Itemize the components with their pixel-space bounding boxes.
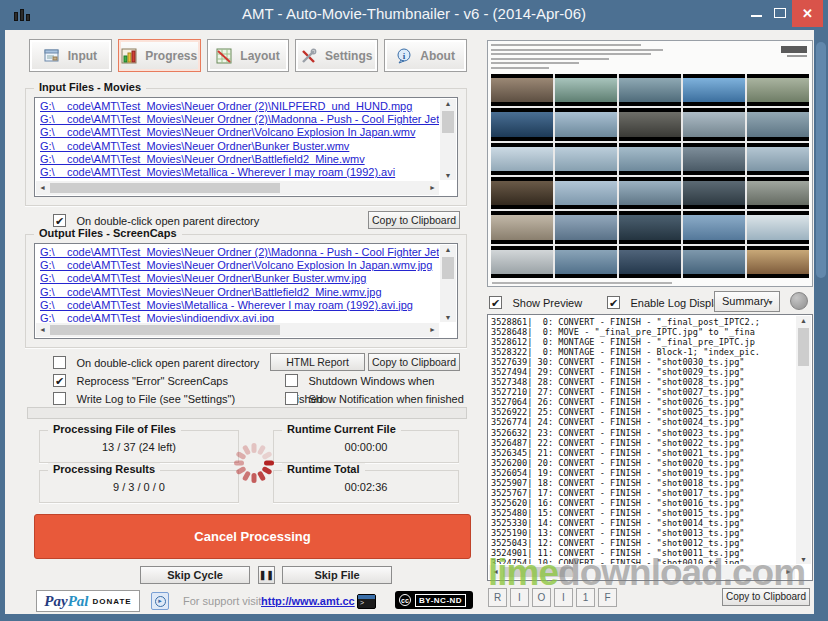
output-copy-clipboard-button[interactable]: Copy to Clipboard (368, 353, 460, 371)
log-mode-select[interactable]: Summary ▼ (714, 291, 780, 312)
log-line: 3526774| 24: CONVERT - FINISH - "shot002… (491, 417, 795, 427)
output-file-link[interactable]: G:\__code\AMT\Test_Movies\Neuer Ordner\V… (40, 259, 439, 272)
input-open-parent-checkbox[interactable]: ✔ (53, 214, 66, 227)
log-line: 3527210| 27: CONVERT - FINISH - "shot002… (491, 387, 795, 397)
log-copy-clipboard-button[interactable]: Copy to Clipboard (722, 588, 810, 606)
paypal-donate-button[interactable]: PayPal DONATE (36, 590, 140, 612)
log-filter-button-o[interactable]: O (532, 588, 551, 607)
input-files-listbox[interactable]: G:\__code\AMT\Test_Movies\Neuer Ordner (… (34, 97, 458, 197)
video-thumbnail (683, 143, 745, 175)
write-log-checkbox[interactable] (53, 392, 66, 405)
minimize-button[interactable] (751, 15, 762, 17)
shutdown-checkbox[interactable] (285, 374, 298, 387)
log-filter-button-1[interactable]: 1 (576, 588, 595, 607)
html-report-button[interactable]: HTML Report (270, 353, 365, 371)
log-line: 3528648| 0: MOVE - "_final_pre_IPTC.jpg"… (491, 327, 795, 337)
log-filter-button-f[interactable]: F (598, 588, 617, 607)
output-file-link[interactable]: G:\__code\AMT\Test_Movies\Metallica - Wh… (40, 299, 439, 312)
output-files-title: Output Files - ScreenCaps (34, 227, 182, 239)
donate-label: DONATE (92, 597, 131, 606)
output-file-link[interactable]: G:\__code\AMT\Test_Movies\indigendivx.av… (40, 312, 439, 322)
show-preview-label: Show Preview (512, 297, 582, 309)
log-line: 3525907| 18: CONVERT - FINISH - "shot001… (491, 478, 795, 488)
cc-icon: cc (399, 594, 411, 606)
close-button[interactable]: ✕ (792, 0, 823, 27)
output-file-link[interactable]: G:\__code\AMT\Test_Movies\Neuer Ordner\B… (40, 286, 439, 299)
console-icon[interactable]: > (357, 594, 376, 609)
output-files-vscrollbar[interactable]: ▲ ▼ (440, 245, 456, 322)
input-file-link[interactable]: G:\__code\AMT\Test_Movies\Metallica - Wh… (40, 166, 439, 179)
input-file-link[interactable]: G:\__code\AMT\Test_Movies\indigendivx.av… (40, 179, 439, 180)
reprocess-error-checkbox[interactable]: ✔ (53, 374, 66, 387)
scroll-down-icon[interactable]: ▼ (796, 556, 811, 563)
tab-progress[interactable]: Progress (118, 39, 201, 72)
video-thumbnail (555, 108, 617, 140)
scroll-up-icon[interactable]: ▲ (440, 246, 456, 253)
scroll-left-icon[interactable]: ◄ (39, 181, 46, 195)
video-thumbnail (491, 143, 553, 175)
video-thumbnail (619, 246, 681, 278)
input-files-hscrollbar[interactable]: ◄ ► (36, 181, 439, 195)
scroll-up-icon[interactable]: ▲ (796, 317, 811, 324)
input-file-link[interactable]: G:\__code\AMT\Test_Movies\Neuer Ordner\V… (40, 126, 439, 139)
output-files-hscrollbar[interactable]: ◄ ► (36, 323, 439, 337)
overall-progress-bar (27, 407, 467, 419)
output-file-link[interactable]: G:\__code\AMT\Test_Movies\Neuer Ordner (… (40, 246, 439, 259)
log-filter-button-i1[interactable]: I (510, 588, 529, 607)
video-thumbnail (491, 211, 553, 243)
tab-about[interactable]: i About (384, 39, 467, 72)
skip-cycle-button[interactable]: Skip Cycle (140, 566, 250, 584)
output-files-listbox[interactable]: G:\__code\AMT\Test_Movies\Neuer Ordner (… (34, 243, 458, 339)
support-link[interactable]: http://www.amt.cc (261, 595, 355, 607)
video-thumbnail (619, 177, 681, 209)
tab-bar: Input Progress Layout Settings i About (29, 39, 467, 72)
media-player-icon[interactable]: ▸ (151, 592, 169, 610)
video-thumbnail (491, 74, 553, 106)
log-line: 3526200| 20: CONVERT - FINISH - "shot002… (491, 458, 795, 468)
log-line: 3527639| 30: CONVERT - FINISH - "shot003… (491, 357, 795, 367)
tab-layout[interactable]: Layout (207, 39, 290, 72)
enable-log-checkbox[interactable]: ✔ (607, 296, 620, 309)
log-display[interactable]: 3528861| 0: CONVERT - FINISH - "_final_p… (487, 314, 813, 581)
log-vscrollbar[interactable]: ▲ ▼ (796, 316, 811, 564)
input-file-link[interactable]: G:\__code\AMT\Test_Movies\Neuer Ordner (… (40, 113, 439, 126)
tab-progress-label: Progress (145, 49, 197, 63)
scroll-right-icon[interactable]: ► (429, 181, 436, 195)
scroll-down-icon[interactable]: ▼ (440, 314, 456, 321)
creative-commons-badge[interactable]: cc BY-NC-ND (395, 591, 473, 609)
tab-settings[interactable]: Settings (295, 39, 378, 72)
log-line: 3527064| 26: CONVERT - FINISH - "shot002… (491, 397, 795, 407)
maximize-button[interactable] (774, 8, 786, 18)
input-files-vscrollbar[interactable]: ▲ ▼ (440, 99, 456, 180)
cancel-processing-button[interactable]: Cancel Processing (34, 514, 471, 559)
runtime-current-value: 00:00:00 (274, 441, 458, 453)
notification-checkbox[interactable] (285, 392, 298, 405)
output-file-link[interactable]: G:\__code\AMT\Test_Movies\Neuer Ordner\B… (40, 272, 439, 285)
scroll-left-icon[interactable]: ◄ (492, 565, 499, 579)
scroll-left-icon[interactable]: ◄ (39, 323, 46, 337)
window-edge-scrollbar[interactable] (816, 42, 826, 278)
video-thumbnail (555, 74, 617, 106)
scroll-right-icon[interactable]: ► (429, 323, 436, 337)
scroll-up-icon[interactable]: ▲ (440, 100, 456, 107)
video-thumbnail (555, 143, 617, 175)
log-filter-button-i2[interactable]: I (554, 588, 573, 607)
log-filter-button-r[interactable]: R (488, 588, 507, 607)
options-grid: ✔ Reprocess "Error" ScreenCaps Write Log… (53, 371, 467, 405)
output-open-parent-checkbox[interactable] (53, 356, 66, 369)
input-file-link[interactable]: G:\__code\AMT\Test_Movies\Neuer Ordner\B… (40, 140, 439, 153)
skip-file-button[interactable]: Skip File (282, 566, 392, 584)
input-copy-clipboard-button[interactable]: Copy to Clipboard (368, 211, 460, 229)
scroll-down-icon[interactable]: ▼ (440, 172, 456, 179)
tab-input[interactable]: Input (29, 39, 112, 72)
input-file-link[interactable]: G:\__code\AMT\Test_Movies\Neuer Ordner\B… (40, 153, 439, 166)
scroll-right-icon[interactable]: ► (785, 565, 792, 579)
show-preview-checkbox[interactable]: ✔ (489, 296, 502, 309)
log-line: 3527494| 29: CONVERT - FINISH - "shot002… (491, 367, 795, 377)
preview-controls: ✔ Show Preview ✔ Enable Log Display Summ… (487, 291, 813, 313)
log-hscrollbar[interactable]: ◄ ► (489, 565, 795, 579)
pause-button[interactable]: ❚❚ (258, 566, 275, 584)
file-of-files-group: Processing File of Files 13 / 37 (24 lef… (39, 430, 239, 463)
input-file-link[interactable]: G:\__code\AMT\Test_Movies\Neuer Ordner (… (40, 100, 439, 113)
title-bar[interactable]: AMT - Auto-Movie-Thumbnailer - v6 - (201… (0, 0, 828, 30)
